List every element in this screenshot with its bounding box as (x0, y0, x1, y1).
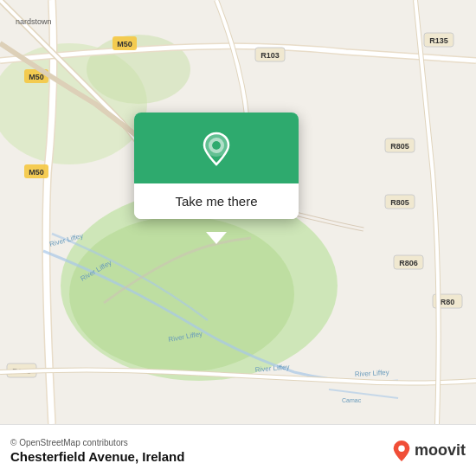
location-name: Chesterfield Avenue, Ireland (10, 449, 184, 464)
moovit-pin-icon (392, 440, 411, 462)
svg-text:M50: M50 (117, 40, 132, 48)
take-me-there-button[interactable]: Take me there (134, 183, 299, 219)
bottom-bar: © OpenStreetMap contributors Chesterfiel… (0, 424, 476, 476)
svg-point-2 (69, 216, 294, 372)
osm-credit: © OpenStreetMap contributors (10, 438, 184, 447)
moovit-logo: moovit (392, 440, 466, 462)
svg-text:nardstown: nardstown (16, 17, 52, 26)
map-area: M50 M50 M50 R103 R135 R805 R805 R806 (0, 0, 476, 424)
popup-card: Take me there (134, 113, 299, 219)
svg-text:R805: R805 (390, 142, 409, 151)
svg-text:M50: M50 (29, 73, 44, 81)
svg-point-36 (398, 445, 404, 451)
bottom-left-info: © OpenStreetMap contributors Chesterfiel… (10, 438, 184, 464)
svg-text:M50: M50 (29, 168, 44, 177)
popup-green-header (134, 113, 299, 183)
svg-text:R806: R806 (399, 259, 418, 267)
svg-text:R805: R805 (390, 198, 409, 207)
location-pin-icon (197, 130, 235, 168)
moovit-brand-text: moovit (415, 441, 466, 460)
svg-text:R135: R135 (429, 36, 448, 45)
svg-text:Camac: Camac (342, 397, 362, 403)
svg-text:R103: R103 (261, 51, 280, 60)
svg-point-35 (212, 141, 221, 150)
svg-text:R80: R80 (441, 298, 455, 306)
